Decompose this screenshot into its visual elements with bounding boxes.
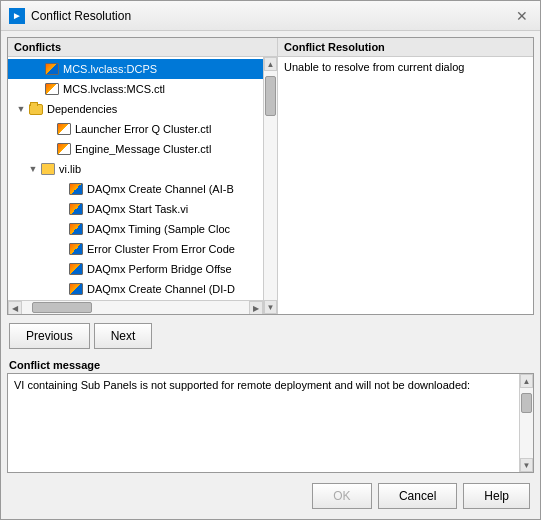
next-button[interactable]: Next bbox=[94, 323, 153, 349]
conflict-message-section: Conflict message VI containing Sub Panel… bbox=[7, 357, 534, 473]
tree-item-label: vi.lib bbox=[59, 163, 81, 175]
msg-scroll-thumb[interactable] bbox=[521, 393, 532, 413]
tree-item[interactable]: DAQmx Start Task.vi bbox=[8, 199, 263, 219]
help-button[interactable]: Help bbox=[463, 483, 530, 509]
tree-expander bbox=[42, 142, 56, 156]
tree-expander bbox=[54, 282, 68, 296]
tree-item[interactable]: Engine_Message Cluster.ctl bbox=[8, 139, 263, 159]
tree-item-label: DAQmx Create Channel (AI-B bbox=[87, 183, 234, 195]
nav-button-row: Previous Next bbox=[7, 319, 534, 353]
title-bar: ► Conflict Resolution ✕ bbox=[1, 1, 540, 31]
resolution-text: Unable to resolve from current dialog bbox=[278, 57, 533, 314]
tree-item-label: MCS.lvclass:DCPS bbox=[63, 63, 157, 75]
ok-button[interactable]: OK bbox=[312, 483, 372, 509]
tree-item[interactable]: ▼ Dependencies bbox=[8, 99, 263, 119]
hscroll-thumb[interactable] bbox=[32, 302, 92, 313]
tree-item[interactable]: ▼ vi.lib bbox=[8, 159, 263, 179]
msg-scroll-track[interactable] bbox=[520, 388, 533, 458]
tree-item[interactable]: MCS.lvclass:DCPS bbox=[8, 59, 263, 79]
tree-item[interactable]: MCS.lvclass:MCS.ctl bbox=[8, 79, 263, 99]
tree-wrapper: MCS.lvclass:DCPS MCS.lvclass:MCS.ctl ▼ D… bbox=[8, 57, 277, 314]
tree-expander bbox=[30, 82, 44, 96]
tree-expander bbox=[54, 202, 68, 216]
vertical-scrollbar[interactable]: ▲ ▼ bbox=[263, 57, 277, 314]
node-icon bbox=[68, 262, 84, 276]
node-icon bbox=[44, 62, 60, 76]
tree-expander bbox=[54, 262, 68, 276]
tree-item-label: MCS.lvclass:MCS.ctl bbox=[63, 83, 165, 95]
tree-item-label: DAQmx Perform Bridge Offse bbox=[87, 263, 232, 275]
node-icon bbox=[68, 242, 84, 256]
bottom-button-row: OK Cancel Help bbox=[7, 477, 534, 513]
tree-item-label: DAQmx Timing (Sample Cloc bbox=[87, 223, 230, 235]
conflict-resolution-dialog: ► Conflict Resolution ✕ Conflicts MCS.lv… bbox=[0, 0, 541, 520]
tree-expander[interactable]: ▼ bbox=[14, 102, 28, 116]
tree-item-label: Error Cluster From Error Code bbox=[87, 243, 235, 255]
scroll-down-btn[interactable]: ▼ bbox=[264, 300, 277, 314]
scroll-up-btn[interactable]: ▲ bbox=[264, 57, 277, 71]
message-scrollbar[interactable]: ▲ ▼ bbox=[519, 374, 533, 472]
node-icon bbox=[68, 282, 84, 296]
app-icon: ► bbox=[9, 8, 25, 24]
cancel-button[interactable]: Cancel bbox=[378, 483, 457, 509]
scroll-right-btn[interactable]: ▶ bbox=[249, 301, 263, 314]
left-pane: Conflicts MCS.lvclass:DCPS MCS.lvclass:M… bbox=[8, 38, 278, 314]
tree-expander bbox=[30, 62, 44, 76]
conflicts-header: Conflicts bbox=[8, 38, 277, 57]
node-icon bbox=[28, 102, 44, 116]
title-text: Conflict Resolution bbox=[31, 9, 512, 23]
resolution-header: Conflict Resolution bbox=[278, 38, 533, 57]
tree-item[interactable]: Error Cluster From Error Code bbox=[8, 239, 263, 259]
right-pane: Conflict Resolution Unable to resolve fr… bbox=[278, 38, 533, 314]
scroll-left-btn[interactable]: ◀ bbox=[8, 301, 22, 314]
tree-item[interactable]: DAQmx Create Channel (DI-D bbox=[8, 279, 263, 299]
tree-expander bbox=[54, 222, 68, 236]
scroll-thumb[interactable] bbox=[265, 76, 276, 116]
msg-scroll-down[interactable]: ▼ bbox=[520, 458, 533, 472]
tree-item[interactable]: DAQmx Perform Bridge Offse bbox=[8, 259, 263, 279]
msg-scroll-up[interactable]: ▲ bbox=[520, 374, 533, 388]
tree-inner: MCS.lvclass:DCPS MCS.lvclass:MCS.ctl ▼ D… bbox=[8, 57, 263, 314]
tree-item[interactable]: DAQmx Timing (Sample Cloc bbox=[8, 219, 263, 239]
horizontal-scrollbar[interactable]: ◀ ▶ bbox=[8, 300, 263, 314]
conflict-message-text: VI containing Sub Panels is not supporte… bbox=[8, 374, 519, 472]
hscroll-track[interactable] bbox=[22, 301, 249, 314]
scroll-track[interactable] bbox=[264, 71, 277, 300]
conflict-message-label: Conflict message bbox=[7, 357, 534, 373]
tree-item-label: DAQmx Start Task.vi bbox=[87, 203, 188, 215]
tree-expander bbox=[54, 182, 68, 196]
node-icon bbox=[68, 202, 84, 216]
tree-expander bbox=[42, 122, 56, 136]
node-icon bbox=[56, 122, 72, 136]
conflict-panel: Conflicts MCS.lvclass:DCPS MCS.lvclass:M… bbox=[7, 37, 534, 315]
tree-expander bbox=[54, 242, 68, 256]
tree-area[interactable]: MCS.lvclass:DCPS MCS.lvclass:MCS.ctl ▼ D… bbox=[8, 57, 263, 300]
tree-item[interactable]: DAQmx Create Channel (AI-B bbox=[8, 179, 263, 199]
tree-item-label: Engine_Message Cluster.ctl bbox=[75, 143, 211, 155]
node-icon bbox=[44, 82, 60, 96]
main-content: Conflicts MCS.lvclass:DCPS MCS.lvclass:M… bbox=[1, 31, 540, 519]
node-icon bbox=[40, 162, 56, 176]
node-icon bbox=[68, 222, 84, 236]
previous-button[interactable]: Previous bbox=[9, 323, 90, 349]
node-icon bbox=[68, 182, 84, 196]
tree-expander[interactable]: ▼ bbox=[26, 162, 40, 176]
conflict-message-box: VI containing Sub Panels is not supporte… bbox=[7, 373, 534, 473]
node-icon bbox=[56, 142, 72, 156]
tree-item-label: Dependencies bbox=[47, 103, 117, 115]
tree-item-label: Launcher Error Q Cluster.ctl bbox=[75, 123, 211, 135]
tree-item-label: DAQmx Create Channel (DI-D bbox=[87, 283, 235, 295]
tree-item[interactable]: Launcher Error Q Cluster.ctl bbox=[8, 119, 263, 139]
close-button[interactable]: ✕ bbox=[512, 6, 532, 26]
